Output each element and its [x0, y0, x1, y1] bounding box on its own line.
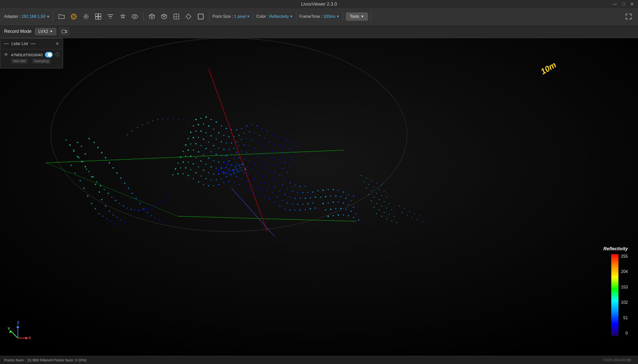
svg-point-279 [282, 200, 283, 201]
lidar-info-icon[interactable]: ⓘ [55, 52, 59, 57]
svg-point-74 [200, 118, 201, 119]
record-format-dropdown[interactable]: LVX2 ▼ [35, 28, 56, 35]
svg-point-46 [103, 216, 104, 217]
settings-button[interactable] [81, 11, 91, 22]
svg-rect-7 [95, 14, 98, 16]
svg-point-235 [203, 170, 204, 171]
svg-point-63 [128, 188, 129, 189]
svg-point-382 [108, 193, 109, 194]
color-dropdown[interactable]: Reflectivity ▼ [269, 14, 293, 19]
svg-point-180 [193, 150, 194, 151]
svg-point-446 [392, 221, 392, 221]
svg-rect-9 [95, 17, 98, 19]
sep6 [343, 12, 343, 21]
svg-point-375 [81, 161, 82, 162]
svg-point-261 [190, 169, 191, 170]
svg-point-222 [277, 181, 278, 182]
color-group: Color : Reflectivity ▼ [256, 14, 293, 19]
frametime-dropdown[interactable]: 100ms ▼ [323, 14, 340, 19]
close-button[interactable]: ✕ [629, 1, 635, 7]
svg-point-318 [235, 166, 236, 168]
svg-point-117 [200, 130, 202, 132]
svg-point-438 [374, 207, 374, 208]
svg-point-292 [203, 184, 204, 185]
svg-point-412 [188, 121, 189, 122]
svg-point-90 [282, 138, 283, 139]
adapter-label: Adapter : [4, 14, 21, 19]
lidar-panel-close[interactable]: ✕ [55, 41, 59, 47]
lidar-toggle[interactable] [45, 52, 53, 57]
svg-point-179 [188, 150, 189, 151]
expand-button[interactable] [623, 11, 634, 22]
svg-point-233 [193, 163, 194, 165]
target-button[interactable] [68, 11, 79, 22]
svg-point-361 [345, 209, 346, 210]
svg-point-86 [262, 128, 263, 129]
maximize-button[interactable]: □ [621, 1, 627, 7]
box2-button[interactable] [159, 11, 169, 22]
svg-point-338 [333, 189, 334, 190]
folder-button[interactable] [56, 11, 67, 22]
svg-point-319 [238, 165, 240, 166]
point-size-label: Point Size : [212, 14, 233, 19]
window-controls[interactable]: — □ ✕ [611, 1, 635, 7]
record-format-chevron: ▼ [50, 30, 53, 33]
svg-point-417 [381, 185, 382, 186]
lidar-eye-icon[interactable]: 👁 [4, 52, 8, 57]
box1-button[interactable] [147, 11, 157, 22]
svg-point-120 [216, 139, 217, 140]
svg-point-122 [226, 142, 227, 143]
svg-point-320 [242, 163, 244, 165]
svg-point-245 [254, 179, 255, 180]
svg-point-146 [239, 145, 240, 147]
svg-point-62 [124, 183, 125, 184]
svg-point-97 [208, 125, 209, 127]
svg-point-306 [274, 202, 275, 203]
toolbar: Adapter : 192.168.1.50 ▼ [0, 8, 638, 25]
filter-button[interactable] [105, 11, 116, 22]
svg-point-297 [228, 181, 230, 182]
sep4 [253, 12, 253, 21]
svg-point-76 [211, 119, 212, 120]
svg-point-51 [124, 222, 125, 223]
minimize-button[interactable]: — [611, 1, 619, 7]
svg-point-68 [147, 212, 148, 213]
svg-point-401 [132, 131, 133, 132]
legend-label-204: 204 [621, 269, 628, 274]
svg-point-6 [85, 16, 87, 18]
svg-point-220 [267, 177, 268, 178]
box4-button[interactable] [183, 11, 194, 22]
svg-point-195 [269, 170, 270, 172]
svg-point-307 [279, 206, 281, 207]
adapter-dropdown[interactable]: ▼ [46, 14, 50, 19]
legend-labels: 255 204 153 102 51 0 [621, 254, 628, 336]
svg-point-277 [272, 192, 273, 193]
svg-point-437 [392, 210, 392, 210]
svg-point-58 [109, 162, 110, 163]
eye-button[interactable] [129, 11, 140, 22]
lidar-type-tag: Mid-360 [11, 59, 28, 64]
tools-button[interactable]: Tools ▼ [346, 12, 368, 21]
app-title: LivoxViewer 2.3.0 [301, 2, 337, 7]
point-size-dropdown[interactable]: 1 pixel ▼ [234, 14, 250, 19]
svg-point-111 [279, 145, 281, 146]
svg-point-302 [254, 193, 255, 194]
svg-point-358 [330, 209, 331, 210]
svg-point-398 [169, 194, 170, 195]
svg-point-298 [234, 182, 235, 183]
svg-point-365 [333, 215, 334, 216]
svg-point-107 [259, 135, 260, 136]
box5-button[interactable] [195, 11, 206, 22]
viewport[interactable]: 10m Reflectivity 255 204 153 102 51 0 Y [0, 38, 638, 356]
grid-button[interactable] [93, 11, 104, 22]
svg-point-185 [218, 162, 220, 163]
record-cam-button[interactable] [60, 28, 69, 35]
svg-point-132 [277, 151, 278, 152]
pointcloud-canvas[interactable] [0, 38, 638, 356]
marker-button[interactable] [117, 11, 128, 22]
svg-point-229 [312, 192, 314, 193]
box3-button[interactable] [171, 11, 182, 22]
svg-point-219 [262, 176, 263, 177]
svg-point-264 [206, 178, 207, 179]
svg-point-162 [211, 151, 212, 152]
